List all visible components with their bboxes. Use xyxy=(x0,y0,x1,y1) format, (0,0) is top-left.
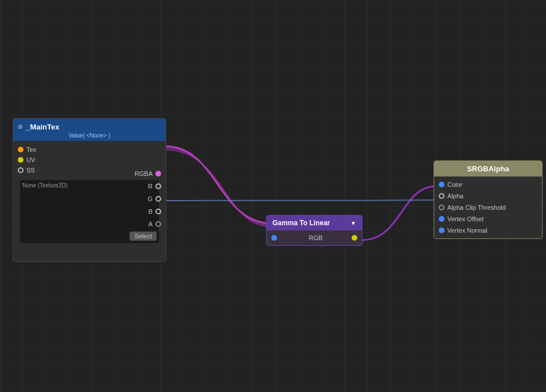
srgb-vertex-normal-dot[interactable] xyxy=(439,228,444,233)
port-uv: UV xyxy=(13,155,166,165)
node-maintex: ≡ _MainTex Value( <None> ) Tex UV SS Non… xyxy=(13,118,166,262)
hamburger-icon[interactable]: ≡ xyxy=(18,122,22,131)
maintex-header: ≡ _MainTex Value( <None> ) xyxy=(13,119,166,141)
srgb-vertex-offset-label: Vertex Offset xyxy=(447,215,483,222)
gamma-header: Gamma To Linear ▼ xyxy=(267,215,362,230)
a-port-dot[interactable] xyxy=(155,221,161,227)
srgb-color-label: Color xyxy=(447,181,462,188)
srgb-color-port: Color xyxy=(434,179,542,190)
g-port-dot[interactable] xyxy=(155,196,161,202)
srgb-vertex-normal-port: Vertex Normal xyxy=(434,225,542,236)
srgb-alpha-label: Alpha xyxy=(447,193,463,199)
node-gamma-to-linear: Gamma To Linear ▼ RGB xyxy=(266,215,362,246)
port-b: B xyxy=(13,206,166,217)
srgb-alpha-clip-dot[interactable] xyxy=(439,205,444,210)
rgba-port-label: RGBA xyxy=(135,170,153,177)
gamma-ports: RGB xyxy=(267,230,362,245)
b-port-label: B xyxy=(149,208,153,215)
gamma-rgb-right-dot[interactable] xyxy=(352,235,357,241)
port-rgba: RGBA xyxy=(13,168,166,179)
g-port-label: G xyxy=(147,195,153,202)
srgbalpha-title: SRGBAlpha xyxy=(467,164,509,173)
maintex-subtitle: Value( <None> ) xyxy=(69,132,111,139)
maintex-body: Tex UV SS None (Texture2D) Select RGBA xyxy=(13,141,166,261)
gamma-title: Gamma To Linear xyxy=(272,219,330,227)
r-port-dot[interactable] xyxy=(155,183,161,189)
srgbalpha-header: SRGBAlpha xyxy=(434,161,542,177)
tex-port-label: Tex xyxy=(26,146,36,153)
srgb-alpha-port: Alpha xyxy=(434,190,542,202)
uv-port-label: UV xyxy=(26,156,35,163)
gamma-dropdown-icon[interactable]: ▼ xyxy=(350,220,356,226)
srgb-alpha-clip-port: Alpha Clip Threshold xyxy=(434,202,542,213)
tex-port-dot[interactable] xyxy=(18,147,24,152)
srgb-alpha-clip-label: Alpha Clip Threshold xyxy=(447,204,506,211)
port-tex: Tex xyxy=(13,144,166,155)
srgbalpha-ports: Color Alpha Alpha Clip Threshold Vertex … xyxy=(434,177,542,238)
rgba-port-dot[interactable] xyxy=(155,171,161,177)
b-port-dot[interactable] xyxy=(155,209,161,214)
srgb-vertex-normal-label: Vertex Normal xyxy=(447,227,487,234)
select-button[interactable]: Select xyxy=(130,232,157,241)
node-srgbalpha: SRGBAlpha Color Alpha Alpha Clip Thresho… xyxy=(434,160,543,239)
maintex-title: _MainTex xyxy=(26,123,59,131)
srgb-vertex-offset-dot[interactable] xyxy=(439,216,444,222)
gamma-rgb-left-dot[interactable] xyxy=(271,235,277,241)
a-port-label: A xyxy=(149,221,153,228)
srgb-vertex-offset-port: Vertex Offset xyxy=(434,213,542,225)
gamma-rgb-label: RGB xyxy=(309,234,323,241)
r-port-label: R xyxy=(148,183,153,190)
srgb-alpha-dot[interactable] xyxy=(439,193,444,199)
uv-port-dot[interactable] xyxy=(18,157,24,163)
gamma-rgb-port: RGB xyxy=(267,233,362,243)
port-r: R xyxy=(13,181,166,191)
port-g: G xyxy=(13,194,166,204)
srgb-color-dot[interactable] xyxy=(439,182,444,187)
port-a: A xyxy=(13,219,166,229)
